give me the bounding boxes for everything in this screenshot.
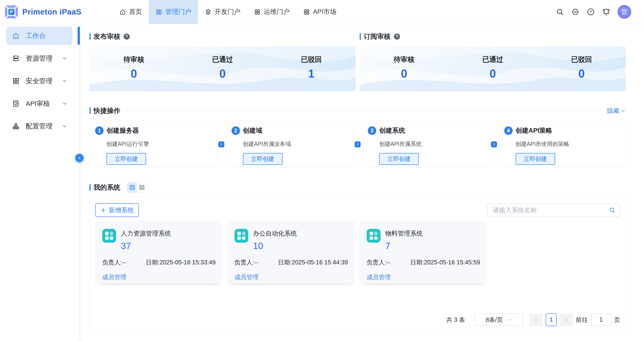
subscribe-review-banner: 待审核 0 已通过 0 已驳回 0 [360,46,626,91]
my-systems-header: 我的系统 [90,182,626,193]
create-now-button[interactable]: 立即创建 [516,153,555,165]
step-badge: 1 [95,126,104,135]
publish-review-section: 发布审核 ? 待审核 0 已通过 0 已驳回 [90,33,356,91]
hide-label: 隐藏 [607,107,619,115]
nav-label: API市场 [313,8,336,16]
sitemap-icon [12,122,20,130]
chevron-down-icon [62,101,68,106]
help-icon[interactable]: ? [124,34,130,40]
section-title: 快捷操作 [94,106,120,116]
chevron-right-icon [220,142,223,146]
pagination: 共 3 条 8条/页 1 前往 页 [446,313,620,326]
quick-action-card-create-server: 1 创建服务器 创建API运行引擎 立即创建 [90,120,217,167]
section-accent-bar [90,107,90,114]
grid-icon [254,8,261,16]
arrow-connector [218,141,224,148]
dashed-divider [126,110,601,111]
create-now-button[interactable]: 立即创建 [379,153,419,165]
card-description: 创建API所属业务域 [243,140,347,148]
pagination-total: 共 3 条 [446,316,465,324]
stat-rejected: 已驳回 0 [537,46,626,91]
system-card-hr: 人力资源管理系统 37 负责人:-- 日期:2025-05-16 15:33:4… [95,221,222,284]
sidebar-item-workbench[interactable]: 工作台 [6,26,72,45]
app-icon [367,229,380,243]
stat-approved: 已通过 0 [448,46,537,91]
stat-label: 待审核 [360,55,448,64]
member-management-link[interactable]: 成员管理 [367,273,391,281]
help-icon[interactable] [586,8,595,16]
page-size-select[interactable]: 8条/页 [475,313,522,326]
step-badge: 3 [368,126,376,135]
add-system-button[interactable]: 新增系统 [95,203,139,217]
nav-item-home[interactable]: 首页 [112,0,149,24]
sidebar-item-security-mgmt[interactable]: 安全管理 [6,72,72,90]
logo[interactable]: P Primeton iPaaS [5,0,82,24]
chevron-right-icon [492,142,496,146]
api-count: 7 [385,241,423,251]
system-card-material: 物料管理系统 7 负责人:-- 日期:2025-05-16 15:45:59 成… [360,221,486,284]
system-owner: 负责人:-- [102,258,126,266]
quick-action-card-create-api-policy: 4 创建API策略 创建API所使用的策略 立即创建 [498,120,626,167]
search-icon[interactable] [556,8,564,16]
nav-item-ops-portal[interactable]: 运维门户 [247,0,296,24]
stat-rejected: 已驳回 1 [267,46,356,91]
chevron-down-icon [507,318,512,322]
sidebar-item-label: 资源管理 [26,54,52,63]
page-size-value: 8条/页 [486,316,503,324]
step-badge: 4 [504,126,513,135]
section-title: 我的系统 [94,183,120,192]
create-now-button[interactable]: 立即创建 [106,153,146,165]
sidebar-collapse-button[interactable] [75,154,84,162]
sidebar-item-api-review[interactable]: API审核 [6,94,72,113]
step-badge: 2 [232,126,240,135]
quick-action-card-create-domain: 2 创建域 创建API所属业务域 立即创建 [226,120,354,167]
grid-view-button[interactable] [127,182,137,192]
bell-icon[interactable] [602,8,610,16]
member-management-link[interactable]: 成员管理 [234,273,258,281]
section-accent-bar [360,33,361,40]
logo-text: Primeton iPaaS [22,8,82,16]
ai-icon[interactable] [571,8,580,16]
quick-actions-row: 1 创建服务器 创建API运行引擎 立即创建 2 创建域 创建API所属业务域 … [90,120,626,167]
nav-item-admin-portal[interactable]: 管理门户 [149,0,198,24]
list-view-button[interactable] [137,182,146,192]
create-now-button[interactable]: 立即创建 [243,153,282,165]
member-management-link[interactable]: 成员管理 [102,273,126,281]
stat-label: 已通过 [448,55,537,64]
card-description: 创建API所属系统 [379,140,483,148]
nav-item-dev-portal[interactable]: 开发门户 [198,0,247,24]
arrow-connector [354,141,360,148]
stat-value: 0 [178,67,267,80]
grid-view-icon [129,184,135,190]
system-search-input[interactable] [487,203,620,217]
goto-page-input[interactable] [591,313,611,326]
my-systems-panel: 新增系统 人力资源管理系统 37 负责人:-- 日期:2025-05-16 1 [90,197,626,331]
grid-icon [156,8,162,16]
system-owner: 负责人:-- [234,258,258,266]
next-page-button[interactable] [560,313,573,326]
search-icon[interactable] [609,207,616,214]
hide-quick-actions-link[interactable]: 隐藏 [607,107,626,115]
card-title: 创建系统 [379,126,405,135]
sidebar-item-config-mgmt[interactable]: 配置管理 [6,117,72,135]
home-icon [119,8,126,16]
prev-page-button[interactable] [529,313,543,326]
help-icon[interactable]: ? [394,34,400,40]
avatar[interactable]: 管 [618,5,631,19]
card-title: 创建域 [243,126,262,135]
stat-value: 1 [267,67,356,80]
sidebar-item-resource-mgmt[interactable]: 资源管理 [6,49,72,68]
nav-item-api-market[interactable]: API市场 [296,0,343,24]
card-description: 创建API运行引擎 [106,140,210,148]
quick-action-card-create-system: 3 创建系统 创建API所属系统 立即创建 [362,120,490,167]
sidebar: 工作台 资源管理 安全管理 API审核 配置管理 [0,24,80,342]
card-title: 创建API策略 [516,126,552,135]
page-number-button[interactable]: 1 [546,313,557,326]
chevron-right-icon [356,142,360,146]
section-title: 发布审核 [94,32,120,41]
system-name: 物料管理系统 [385,229,423,238]
sidebar-item-label: 工作台 [26,31,46,40]
sidebar-item-label: 安全管理 [26,76,52,86]
api-count: 37 [121,241,171,251]
card-description: 创建API所使用的策略 [516,140,620,148]
